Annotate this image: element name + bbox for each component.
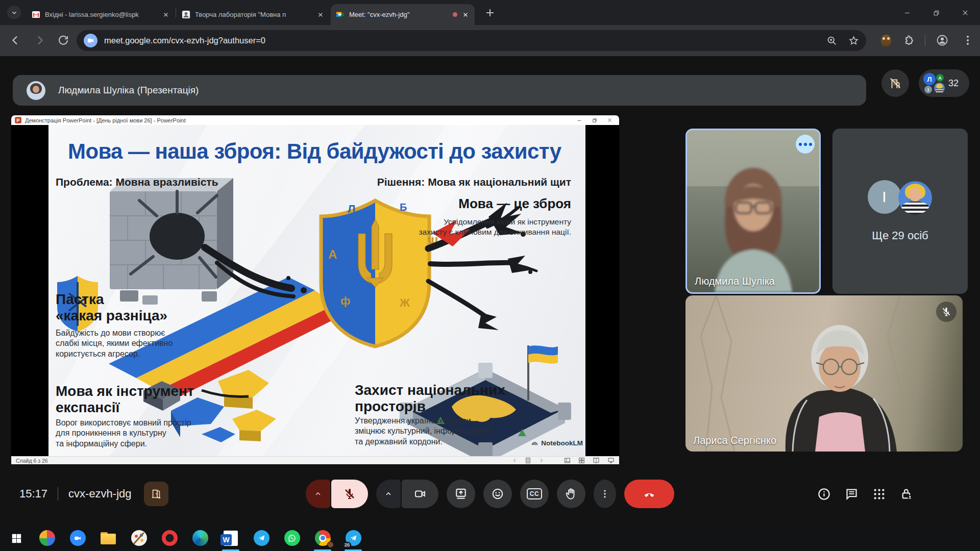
cracked-wall-graphic [110, 178, 233, 305]
tab-search-button[interactable] [7, 6, 21, 19]
open-door-button[interactable] [144, 482, 168, 506]
tab-gmail[interactable]: Вхідні - larissa.sergienko@lispk [27, 4, 175, 25]
owl-extension-icon[interactable] [881, 35, 891, 46]
companion-mode-button[interactable] [881, 69, 909, 97]
mic-mute-button[interactable] [331, 480, 368, 508]
slide-counter: Слайд 6 з 26 [16, 458, 48, 464]
mic-options-button[interactable] [306, 480, 330, 508]
mic-split-button [306, 480, 368, 508]
close-icon[interactable] [162, 11, 170, 19]
presenter-video [687, 130, 819, 292]
video-tile-participant[interactable]: Лариса Сергієнко [685, 295, 963, 452]
url-text[interactable]: meet.google.com/cvx-ezvh-jdg?authuser=0 [104, 36, 815, 45]
reading-view-button[interactable] [593, 457, 600, 464]
info-button[interactable] [817, 487, 831, 501]
participant-video [685, 295, 963, 452]
meeting-info: 15:17 cvx-ezvh-jdg [19, 474, 168, 513]
forward-button[interactable] [34, 34, 46, 46]
tab-meet-active[interactable]: Meet: "cvx-ezvh-jdg" [331, 4, 475, 25]
meeting-time: 15:17 [19, 487, 47, 500]
taskbar-paint-app[interactable] [128, 525, 150, 551]
taskbar-edge-browser[interactable] [189, 525, 211, 551]
slide-problem-heading: Проблема: Мовна вразливість [56, 176, 218, 188]
mic-off-icon [344, 488, 356, 500]
next-slide-button[interactable] [539, 458, 544, 463]
tab-divider [176, 8, 176, 17]
tile-options-button[interactable] [796, 135, 815, 154]
bookmark-star-icon[interactable] [848, 35, 859, 46]
taskbar-chrome-browser[interactable] [311, 525, 334, 551]
presenter-name: Людмила Шуліка (Презентація) [58, 85, 199, 96]
presenter-banner[interactable]: Людмила Шуліка (Презентація) [13, 75, 866, 106]
mic-off-icon [941, 307, 951, 317]
host-controls-lock-button[interactable] [900, 487, 914, 501]
ppt-minimize-button[interactable] [576, 117, 582, 123]
reactions-button[interactable] [483, 480, 512, 508]
back-button[interactable] [9, 34, 21, 46]
powerpoint-titlebar: P Демонстрація PowerPoint - [День рідної… [11, 115, 619, 125]
close-icon[interactable] [316, 11, 325, 19]
taskbar-whatsapp-app[interactable] [281, 525, 303, 551]
taskbar-telegram-app-2[interactable]: 26 [342, 525, 364, 551]
ppt-close-button[interactable] [607, 117, 612, 123]
taskbar-colorwheel-app[interactable] [36, 525, 58, 551]
participants-button[interactable]: Л А І 32 [919, 69, 969, 97]
chat-button[interactable] [845, 487, 859, 501]
tile-name: Людмила Шуліка [695, 276, 775, 287]
camera-in-use-chip[interactable] [84, 34, 97, 47]
captions-button[interactable]: CC [520, 480, 549, 508]
presenter-avatar [27, 81, 45, 100]
raise-hand-button[interactable] [557, 480, 585, 508]
tab-lab[interactable]: Творча лабораторія "Мовна п [177, 4, 330, 25]
participant-count: 32 [948, 78, 959, 89]
more-vertical-icon [599, 488, 610, 499]
avatar-photo [934, 83, 945, 93]
notes-icon[interactable] [525, 457, 531, 464]
reload-button[interactable] [57, 34, 69, 46]
extensions-puzzle-icon[interactable] [902, 34, 915, 46]
avatar-photo [898, 181, 932, 215]
video-tile-others[interactable]: І Ще 29 осіб [832, 129, 968, 294]
normal-view-button[interactable] [564, 457, 571, 464]
svg-text:Л: Л [348, 203, 355, 215]
telegram-unread-badge: 26 [343, 542, 351, 548]
camera-toggle-button[interactable] [402, 480, 438, 508]
more-options-button[interactable] [594, 480, 616, 508]
word-icon: W [224, 531, 238, 546]
muted-indicator [936, 302, 957, 322]
window-minimize-button[interactable] [901, 7, 913, 18]
browser-menu-icon[interactable] [962, 34, 974, 46]
ppt-restore-button[interactable] [592, 117, 597, 123]
taskbar-word-app[interactable]: W [219, 525, 242, 551]
slide-expansion-heading: Мова як інструмент експансії [56, 383, 194, 416]
taskbar-zoom-app[interactable] [66, 525, 89, 551]
slideshow-view-button[interactable] [607, 457, 615, 464]
present-button[interactable] [447, 480, 475, 508]
file-explorer-icon [101, 532, 116, 544]
window-restore-button[interactable] [930, 7, 942, 18]
window-close-button[interactable] [960, 7, 971, 18]
end-call-button[interactable] [624, 480, 674, 508]
close-icon [962, 9, 969, 16]
activities-grid-button[interactable] [872, 487, 886, 501]
profile-avatar-icon[interactable] [936, 34, 948, 46]
svg-text:Ж: Ж [399, 296, 410, 309]
slide-weapon-body: Усвідомлення мови як інструменту захисту… [419, 217, 571, 237]
taskbar-opera-browser[interactable] [158, 525, 181, 551]
browser-toolbar: meet.google.com/cvx-ezvh-jdg?authuser=0 [0, 25, 980, 56]
taskbar-file-explorer[interactable] [97, 525, 119, 551]
close-icon[interactable] [461, 11, 470, 19]
address-bar[interactable]: meet.google.com/cvx-ezvh-jdg?authuser=0 [77, 30, 866, 51]
zoom-icon [70, 530, 86, 546]
slide-sorter-button[interactable] [578, 457, 585, 464]
camera-options-button[interactable] [376, 480, 401, 508]
new-tab-button[interactable] [484, 7, 496, 19]
zoom-page-icon[interactable] [826, 35, 837, 46]
previous-slide-button[interactable] [512, 458, 517, 463]
taskbar-telegram-app[interactable] [250, 525, 273, 551]
start-button[interactable] [5, 525, 28, 551]
others-count-label: Ще 29 осіб [872, 229, 928, 242]
notebooklm-icon [531, 439, 538, 447]
video-tile-presenter[interactable]: Людмила Шуліка [685, 129, 821, 294]
avatar-letter: І [868, 180, 901, 214]
